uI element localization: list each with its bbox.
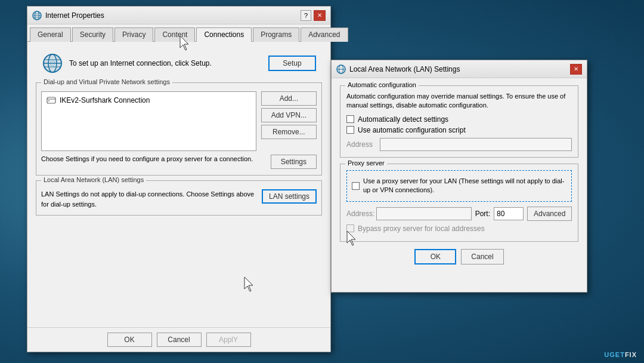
- lan-settings-dialog: Local Area Network (LAN) Settings ✕ Auto…: [331, 60, 587, 293]
- proxy-use-row: Use a proxy server for your LAN (These s…: [352, 177, 566, 195]
- internet-properties-footer: OK Cancel ApplY: [27, 327, 330, 352]
- help-button[interactable]: ?: [301, 10, 311, 21]
- watermark-text2: FIX: [625, 351, 637, 358]
- tab-programs[interactable]: Programs: [253, 27, 299, 42]
- proxy-use-label: Use a proxy server for your LAN (These s…: [363, 177, 566, 195]
- bypass-label: Bypass proxy server for local addresses: [358, 224, 485, 233]
- vpn-list[interactable]: IKEv2-Surfshark Connection: [41, 91, 256, 151]
- auto-detect-label: Automatically detect settings: [358, 115, 448, 124]
- lan-globe-icon: [336, 64, 346, 74]
- svg-rect-12: [47, 97, 55, 103]
- title-bar-controls: ? ✕: [301, 10, 326, 21]
- vpn-buttons: Add... Add VPN... Remove...: [261, 91, 317, 151]
- lan-cancel-button[interactable]: Cancel: [461, 249, 503, 264]
- lan-settings-button[interactable]: LAN settings: [262, 189, 317, 204]
- add-button[interactable]: Add...: [261, 91, 317, 106]
- tabs-bar: General Security Privacy Content Connect…: [27, 24, 330, 42]
- watermark-text1: UGET: [604, 351, 625, 358]
- title-bar: Internet Properties ? ✕: [27, 7, 330, 24]
- vpn-list-item: IKEv2-Surfshark Connection: [44, 94, 253, 106]
- setup-button[interactable]: Setup: [268, 56, 316, 71]
- bypass-checkbox[interactable]: [346, 224, 354, 232]
- add-vpn-button[interactable]: Add VPN...: [261, 108, 317, 122]
- internet-properties-title: Internet Properties: [45, 11, 104, 20]
- tab-privacy[interactable]: Privacy: [114, 27, 153, 42]
- svg-point-14: [48, 100, 49, 101]
- title-bar-left: Internet Properties: [32, 11, 104, 20]
- bypass-row: Bypass proxy server for local addresses: [346, 224, 572, 233]
- settings-button[interactable]: Settings: [271, 155, 317, 169]
- proxy-use-checkbox[interactable]: [352, 182, 360, 190]
- setup-description: To set up an Internet connection, click …: [69, 59, 262, 67]
- advanced-button[interactable]: Advanced: [527, 207, 572, 221]
- port-label: Port:: [475, 210, 490, 218]
- auto-config-label: Automatic configuration: [345, 81, 419, 88]
- watermark: UGETFIX: [604, 351, 637, 358]
- cancel-button[interactable]: Cancel: [157, 333, 202, 347]
- tab-connections[interactable]: Connections: [196, 27, 252, 42]
- lan-ok-button[interactable]: OK: [414, 249, 456, 264]
- lan-close-button[interactable]: ✕: [570, 64, 582, 75]
- auto-script-checkbox[interactable]: [346, 126, 354, 134]
- close-button[interactable]: ✕: [314, 10, 326, 21]
- tab-advanced[interactable]: Advanced: [301, 27, 348, 42]
- auto-detect-row: Automatically detect settings: [346, 115, 572, 124]
- lan-title-bar: Local Area Network (LAN) Settings ✕: [332, 60, 587, 78]
- setup-globe-icon: [42, 53, 63, 74]
- vpn-icon: [47, 96, 56, 105]
- auto-script-row: Use automatic configuration script: [346, 126, 572, 134]
- vpn-item-label: IKEv2-Surfshark Connection: [60, 96, 150, 104]
- globe-icon: [32, 11, 42, 20]
- apply-button[interactable]: ApplY: [206, 333, 251, 347]
- lan-settings-title: Local Area Network (LAN) Settings: [349, 65, 460, 73]
- dialup-section-label: Dial-up and Virtual Private Network sett…: [41, 78, 172, 85]
- port-input[interactable]: [494, 207, 524, 220]
- lan-section-label: Local Area Network (LAN) settings: [41, 176, 146, 183]
- address-input[interactable]: [380, 138, 572, 151]
- address-label: Address: [346, 140, 376, 149]
- lan-title-bar-left: Local Area Network (LAN) Settings: [336, 64, 460, 74]
- tab-general[interactable]: General: [30, 27, 71, 42]
- auto-detect-checkbox[interactable]: [346, 115, 354, 123]
- proxy-section-label: Proxy server: [345, 159, 387, 167]
- internet-properties-dialog: Internet Properties ? ✕ General Security…: [27, 6, 331, 352]
- remove-button[interactable]: Remove...: [261, 125, 317, 139]
- auto-script-label: Use automatic configuration script: [358, 126, 466, 134]
- auto-config-desc: Automatic configuration may override man…: [346, 92, 572, 110]
- lan-title-controls: ✕: [570, 64, 582, 75]
- proxy-address-input[interactable]: [376, 207, 472, 220]
- tab-security[interactable]: Security: [72, 27, 113, 42]
- tab-content[interactable]: Content: [154, 27, 195, 42]
- settings-desc: Choose Settings if you need to configure…: [41, 155, 266, 164]
- proxy-address-label: Address:: [346, 210, 373, 218]
- lan-desc: LAN Settings do not apply to dial-up con…: [41, 189, 256, 209]
- ok-button[interactable]: OK: [107, 333, 152, 347]
